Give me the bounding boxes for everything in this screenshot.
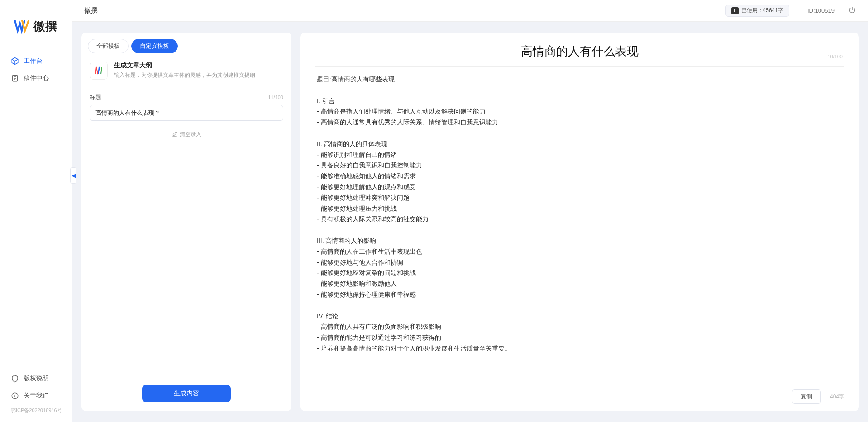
result-footer: 复制 404字 — [315, 382, 844, 411]
template-card: 生成文章大纲 输入标题，为你提供文章主体的灵感，并为其创建推文提纲 — [81, 53, 291, 87]
input-panel: 全部模板 自定义模板 生成文章大纲 输入标题，为你提供文章主体的灵感，并为其创建… — [81, 33, 291, 411]
topbar: 微撰 T 已使用：45641字 ID:100519 — [72, 0, 868, 22]
chevron-left-icon: ◀ — [72, 172, 76, 179]
tab-custom-templates[interactable]: 自定义模板 — [131, 39, 178, 53]
nav-item-workbench[interactable]: 工作台 — [0, 52, 72, 70]
brand-area: 微撰 — [0, 0, 72, 48]
doc-icon — [11, 74, 19, 82]
nav-items: 工作台 稿件中心 — [0, 48, 72, 370]
title-input[interactable] — [90, 105, 283, 121]
form-area: 标题 11/100 — [81, 87, 291, 123]
tab-all-templates[interactable]: 全部模板 — [88, 39, 129, 53]
brand-name: 微撰 — [33, 19, 57, 34]
workspace: 全部模板 自定义模板 生成文章大纲 输入标题，为你提供文章主体的灵感，并为其创建… — [72, 22, 868, 422]
result-content[interactable]: 题目:高情商的人有哪些表现 I. 引言 - 高情商是指人们处理情绪、与他人互动以… — [300, 67, 859, 382]
copy-button[interactable]: 复制 — [792, 389, 821, 404]
result-title-count: 10/100 — [827, 54, 843, 59]
sidebar: 微撰 工作台 稿件中心 — [0, 0, 72, 422]
footer-label: 关于我们 — [24, 392, 49, 400]
template-icon — [90, 62, 108, 80]
sidebar-collapse-toggle[interactable]: ◀ — [70, 167, 76, 184]
title-label: 标题 — [90, 93, 101, 101]
nav-item-label: 稿件中心 — [24, 74, 49, 82]
clear-input-button[interactable]: 清空录入 — [81, 123, 291, 147]
user-id: ID:100519 — [807, 7, 835, 14]
generate-button[interactable]: 生成内容 — [142, 385, 231, 402]
icp-text: 鄂ICP备2022016946号 — [0, 404, 72, 417]
page-title: 微撰 — [84, 6, 98, 15]
info-icon — [11, 392, 19, 400]
cube-icon — [11, 57, 19, 65]
shield-icon — [11, 375, 19, 383]
result-word-count: 404字 — [830, 393, 844, 401]
power-icon[interactable] — [848, 6, 856, 16]
eraser-icon — [172, 131, 178, 138]
footer-copyright[interactable]: 版权说明 — [0, 370, 72, 387]
template-info: 生成文章大纲 输入标题，为你提供文章主体的灵感，并为其创建推文提纲 — [114, 62, 255, 79]
result-header: 高情商的人有什么表现 10/100 — [300, 33, 859, 64]
usage-badge-icon: T — [731, 7, 739, 14]
clear-label: 清空录入 — [180, 131, 201, 138]
footer-label: 版权说明 — [24, 375, 49, 383]
sidebar-footer: 版权说明 关于我们 鄂ICP备2022016946号 — [0, 370, 72, 422]
nav-item-drafts[interactable]: 稿件中心 — [0, 70, 72, 87]
usage-label: 已使用：45641字 — [741, 7, 783, 14]
footer-about[interactable]: 关于我们 — [0, 387, 72, 404]
template-tabs: 全部模板 自定义模板 — [81, 33, 291, 53]
main-area: 微撰 T 已使用：45641字 ID:100519 全部模板 自定义模板 — [72, 0, 868, 422]
title-char-count: 11/100 — [268, 95, 283, 100]
template-desc: 输入标题，为你提供文章主体的灵感，并为其创建推文提纲 — [114, 71, 255, 79]
nav-item-label: 工作台 — [24, 57, 43, 65]
result-title: 高情商的人有什么表现 — [317, 43, 843, 59]
brand-logo-icon — [14, 18, 30, 34]
result-panel: 高情商的人有什么表现 10/100 题目:高情商的人有哪些表现 I. 引言 - … — [300, 33, 859, 411]
template-title: 生成文章大纲 — [114, 62, 255, 70]
usage-indicator[interactable]: T 已使用：45641字 — [725, 5, 789, 17]
